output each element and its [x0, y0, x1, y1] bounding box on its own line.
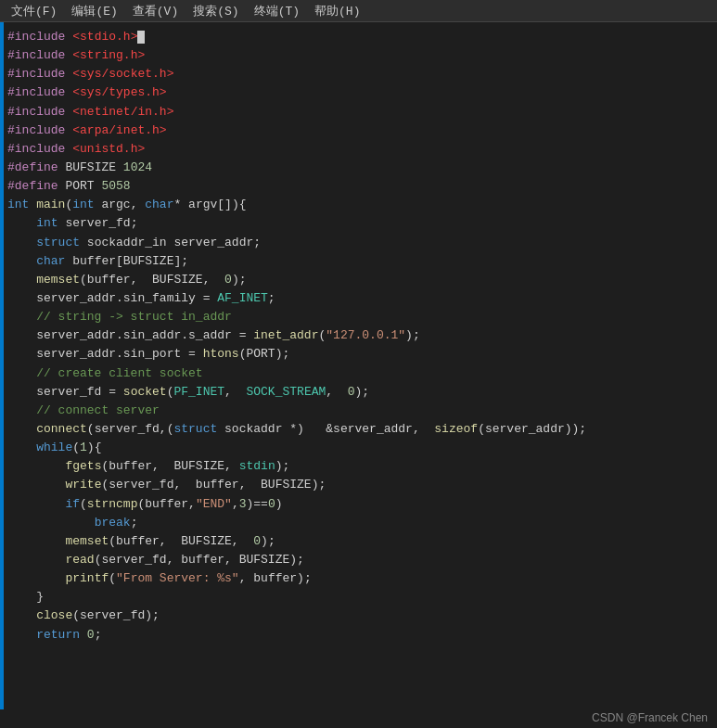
menu-search[interactable]: 搜索(S) — [186, 1, 246, 21]
code-line-1: #include <stdio.h> — [7, 28, 710, 46]
menu-edit[interactable]: 编辑(E) — [64, 1, 124, 21]
code-line-17: memset(buffer, BUFSIZE, 0); — [7, 271, 710, 289]
code-line-38: } — [7, 588, 710, 607]
code-line-23: // create client socket — [7, 364, 710, 383]
menu-terminal[interactable]: 终端(T) — [247, 1, 307, 21]
code-line-10: #define PORT 5058 — [7, 177, 710, 196]
code-line-24: server_fd = socket(PF_INET, SOCK_STREAM,… — [7, 383, 710, 402]
code-line-14: struct sockaddr_in server_addr; — [7, 234, 710, 252]
menu-bar: 文件(F) 编辑(E) 查看(V) 搜索(S) 终端(T) 帮助(H) — [0, 0, 717, 22]
code-line-40: close(server_fd); — [7, 607, 710, 625]
code-line-21: server_addr.sin_port = htons(PORT); — [7, 345, 710, 364]
code-line-7: #include <unistd.h> — [7, 140, 710, 159]
code-line-33: break; — [7, 514, 710, 532]
code-line-4: #include <sys/types.h> — [7, 83, 710, 102]
code-line-6: #include <arpa/inet.h> — [7, 121, 710, 140]
code-line-15: char buffer[BUFSIZE]; — [7, 252, 710, 271]
code-line-20: server_addr.sin_addr.s_addr = inet_addr(… — [7, 326, 710, 345]
code-line-18: server_addr.sin_family = AF_INET; — [7, 289, 710, 308]
code-line-2: #include <string.h> — [7, 46, 710, 65]
code-line-32: if(strncmp(buffer,"END",3)==0) — [7, 495, 710, 514]
code-line-27: connect(server_fd,(struct sockaddr *) &s… — [7, 420, 710, 439]
menu-view[interactable]: 查看(V) — [125, 1, 186, 21]
code-line-26: // connect server — [7, 402, 710, 420]
code-line-30: fgets(buffer, BUFSIZE, stdin); — [7, 457, 710, 476]
code-line-12: int main(int argc, char* argv[]){ — [7, 196, 710, 214]
code-line-37: printf("From Server: %s", buffer); — [7, 569, 710, 588]
code-line-35: memset(buffer, BUFSIZE, 0); — [7, 532, 710, 551]
code-line-19: // string -> struct in_addr — [7, 308, 710, 326]
code-line-5: #include <netinet/in.h> — [7, 103, 710, 121]
code-editor[interactable]: #include <stdio.h> #include <string.h> #… — [0, 22, 717, 709]
menu-help[interactable]: 帮助(H) — [307, 1, 367, 21]
code-line-31: write(server_fd, buffer, BUFSIZE); — [7, 476, 710, 494]
code-line-13: int server_fd; — [7, 214, 710, 233]
watermark: CSDN @Francek Chen — [592, 711, 708, 724]
code-line-9: #define BUFSIZE 1024 — [7, 159, 710, 177]
code-line-36: read(server_fd, buffer, BUFSIZE); — [7, 551, 710, 569]
left-accent-bar — [0, 22, 4, 709]
code-line-3: #include <sys/socket.h> — [7, 65, 710, 83]
menu-file[interactable]: 文件(F) — [4, 1, 64, 21]
code-line-41: return 0; — [7, 626, 710, 645]
code-line-29: while(1){ — [7, 439, 710, 457]
